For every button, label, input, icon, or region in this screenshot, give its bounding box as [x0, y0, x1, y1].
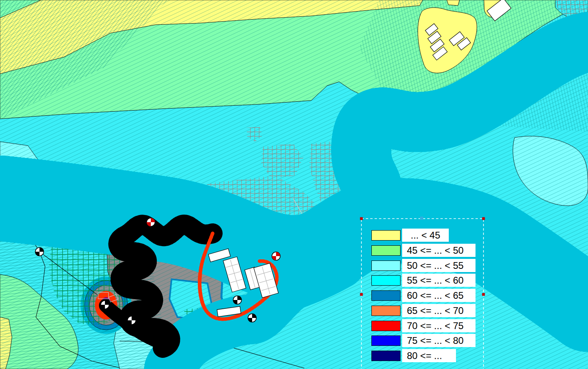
receiver-red-icon[interactable]: [147, 218, 155, 227]
selection-handle[interactable]: [482, 217, 485, 220]
receiver-icon[interactable]: [233, 296, 242, 304]
receiver-red-icon[interactable]: [272, 252, 280, 260]
receiver-icon[interactable]: [248, 314, 257, 322]
selection-handle[interactable]: [360, 217, 363, 220]
selection-handle[interactable]: [360, 293, 363, 296]
receiver-icon[interactable]: [128, 316, 136, 325]
noise-map-window: ... < 45 45 <= ... < 50 50 <= ... < 55 5…: [0, 0, 588, 369]
quiet-zone-parcel-2: [447, 0, 460, 6]
selection-handle[interactable]: [482, 293, 485, 296]
receiver-icon[interactable]: [36, 248, 44, 256]
noise-map-canvas[interactable]: [0, 0, 588, 369]
selection-handle-top[interactable]: [420, 217, 423, 220]
receiver-icon[interactable]: [101, 301, 109, 309]
